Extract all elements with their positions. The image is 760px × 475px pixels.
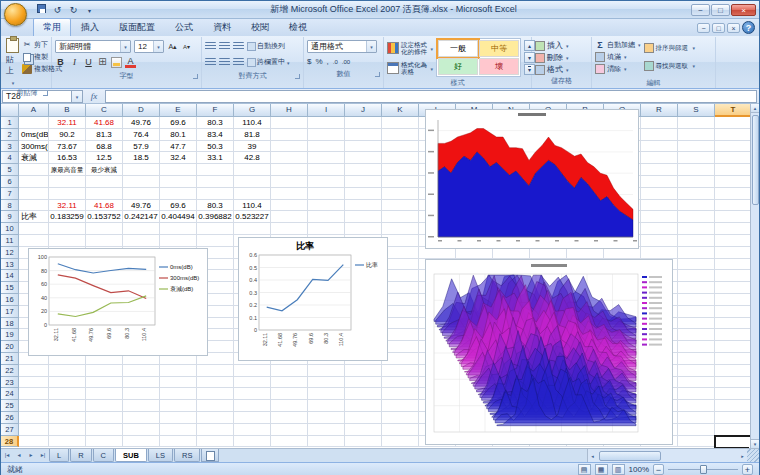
cell[interactable]: [49, 365, 86, 377]
cell[interactable]: [715, 341, 752, 353]
cell[interactable]: [715, 400, 752, 412]
cell[interactable]: [678, 141, 715, 153]
formula-input[interactable]: [105, 90, 757, 103]
row-header-17[interactable]: 17: [1, 306, 19, 318]
delete-cells-button[interactable]: 刪除: [535, 52, 588, 63]
cell[interactable]: [382, 223, 419, 235]
row-header-8[interactable]: 8: [1, 200, 19, 212]
cell[interactable]: [678, 365, 715, 377]
close-button[interactable]: [731, 4, 756, 16]
cell[interactable]: [345, 129, 382, 141]
qat-dropdown-button[interactable]: [83, 4, 96, 16]
cell[interactable]: [715, 365, 752, 377]
page-layout-view-button[interactable]: [595, 464, 608, 475]
cell[interactable]: 41.68: [86, 117, 123, 129]
insert-function-button[interactable]: fx: [83, 91, 105, 101]
cell[interactable]: [19, 400, 49, 412]
cell[interactable]: [308, 436, 345, 448]
increase-decimal-button[interactable]: [333, 57, 338, 66]
cell-style-中等[interactable]: 中等: [479, 40, 519, 57]
cell[interactable]: [86, 388, 123, 400]
cell[interactable]: 42.8: [234, 152, 271, 164]
cell[interactable]: [715, 129, 752, 141]
cell[interactable]: [123, 424, 160, 436]
decay-area-chart[interactable]: [425, 109, 639, 249]
cell[interactable]: [234, 164, 271, 176]
cell[interactable]: 18.5: [123, 152, 160, 164]
ribbon-tab-公式[interactable]: 公式: [165, 18, 203, 36]
cell[interactable]: 68.8: [86, 141, 123, 153]
cell[interactable]: [641, 152, 678, 164]
ribbon-tab-資料[interactable]: 資料: [203, 18, 241, 36]
cell[interactable]: [234, 365, 271, 377]
row-header-9[interactable]: 9: [1, 211, 19, 223]
cell[interactable]: [234, 400, 271, 412]
row-header-20[interactable]: 20: [1, 341, 19, 353]
wrap-text-button[interactable]: 自動換列: [247, 41, 285, 51]
align-left-icon[interactable]: [205, 58, 216, 66]
cell[interactable]: [678, 235, 715, 247]
cell[interactable]: [271, 377, 308, 389]
cell[interactable]: [271, 129, 308, 141]
cell[interactable]: [715, 164, 752, 176]
cell[interactable]: [123, 223, 160, 235]
cell[interactable]: [123, 235, 160, 247]
decrease-decimal-button[interactable]: [342, 57, 350, 66]
cell[interactable]: [715, 200, 752, 212]
align-right-icon[interactable]: [233, 58, 244, 66]
cell[interactable]: [19, 412, 49, 424]
row-header-26[interactable]: 26: [1, 412, 19, 424]
fill-button[interactable]: 填滿: [595, 51, 641, 62]
column-header-H[interactable]: H: [271, 104, 308, 117]
cell[interactable]: [382, 117, 419, 129]
scroll-right-arrow[interactable]: [738, 453, 747, 459]
cell[interactable]: [715, 152, 752, 164]
borders-button[interactable]: [97, 56, 108, 68]
cell[interactable]: [345, 400, 382, 412]
cell[interactable]: [123, 188, 160, 200]
cell[interactable]: [382, 188, 419, 200]
cell[interactable]: [49, 412, 86, 424]
horizontal-scrollbar[interactable]: [587, 449, 747, 462]
cell[interactable]: [197, 436, 234, 448]
waterfall-3d-chart[interactable]: [425, 259, 673, 445]
cell[interactable]: [678, 306, 715, 318]
cell[interactable]: [382, 424, 419, 436]
cell[interactable]: [382, 176, 419, 188]
cell[interactable]: [197, 235, 234, 247]
cell[interactable]: [160, 223, 197, 235]
cell[interactable]: [382, 211, 419, 223]
column-header-I[interactable]: I: [308, 104, 345, 117]
cell[interactable]: [715, 412, 752, 424]
cell[interactable]: [19, 377, 49, 389]
cell[interactable]: [715, 176, 752, 188]
clipboard-dialog-launcher[interactable]: [43, 91, 48, 96]
cell[interactable]: [715, 294, 752, 306]
cell[interactable]: [641, 176, 678, 188]
ribbon-tab-檢視[interactable]: 檢視: [279, 18, 317, 36]
cell[interactable]: [271, 141, 308, 153]
number-format-combo[interactable]: 通用格式: [307, 40, 377, 53]
cell[interactable]: [308, 365, 345, 377]
cell[interactable]: [271, 365, 308, 377]
cell[interactable]: [715, 306, 752, 318]
row-header-22[interactable]: 22: [1, 365, 19, 377]
cell[interactable]: [345, 377, 382, 389]
cell[interactable]: 33.1: [197, 152, 234, 164]
cell[interactable]: [678, 424, 715, 436]
cell[interactable]: [382, 365, 419, 377]
selected-cell-T28[interactable]: [714, 435, 753, 448]
cell[interactable]: [271, 223, 308, 235]
cell[interactable]: [197, 424, 234, 436]
cell-style-一般[interactable]: 一般: [438, 40, 478, 57]
last-sheet-button[interactable]: [37, 449, 49, 462]
cell[interactable]: [345, 223, 382, 235]
cell[interactable]: [345, 424, 382, 436]
row-header-19[interactable]: 19: [1, 329, 19, 341]
cell[interactable]: [19, 436, 49, 448]
row-header-27[interactable]: 27: [1, 424, 19, 436]
previous-sheet-button[interactable]: [13, 449, 25, 462]
cell[interactable]: [160, 400, 197, 412]
cell[interactable]: [678, 318, 715, 330]
cell[interactable]: [123, 412, 160, 424]
